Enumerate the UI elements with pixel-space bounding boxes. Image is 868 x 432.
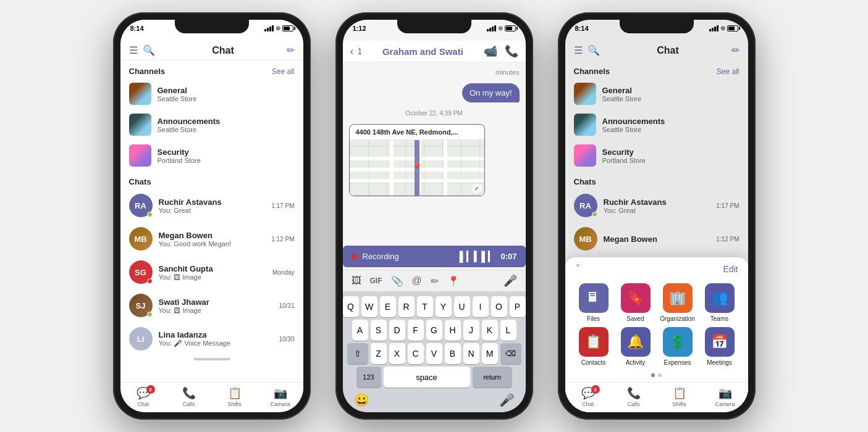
left-app-header: ☰ 🔍 Chat ✏ [120,41,303,60]
key-L[interactable]: L [500,320,516,341]
right-shifts-nav-label: Shifts [672,401,686,407]
app-files[interactable]: Files [575,283,612,322]
app-saved[interactable]: 🔖 Saved [617,283,654,322]
key-F[interactable]: F [408,320,424,341]
key-delete[interactable]: ⌫ [500,343,521,364]
key-space[interactable]: space [384,367,470,388]
key-V[interactable]: V [426,343,442,364]
right-channel-sub-security: Portland Store [602,157,739,164]
key-return[interactable]: return [473,367,512,388]
key-N[interactable]: N [463,343,479,364]
app-expenses[interactable]: 💲 Expenses [659,327,696,366]
right-channels-see-all[interactable]: See all [717,67,739,76]
keyboard-mic-icon[interactable]: 🎤 [499,393,515,407]
key-O[interactable]: O [491,296,507,317]
key-M[interactable]: M [482,343,498,364]
right-nav-calls[interactable]: 📞 Calls [611,386,657,407]
channels-label: Channels [129,67,166,76]
location-icon[interactable]: 📍 [447,275,460,287]
chat-item-lina[interactable]: LI Lina Iadanza You: 🎤 Voice Message 10/… [120,322,303,355]
mic-icon[interactable]: 🎤 [504,274,517,288]
gif-icon[interactable]: GIF [370,276,382,285]
back-button[interactable]: ‹ [350,45,354,58]
message-timestamp: October 22, 4:39 PM [349,110,520,117]
key-K[interactable]: K [482,320,498,341]
emoji-icon[interactable]: 😀 [354,393,369,407]
right-nav-chat[interactable]: 2 💬 Chat [565,386,611,407]
chat-item-sanchit[interactable]: SG Sanchit Gupta You: 🖼 Image Monday [120,255,303,289]
key-Q[interactable]: Q [343,296,359,317]
right-menu-icon[interactable]: ☰ [574,44,583,56]
drawer-chevron-icon[interactable]: ˅ [575,262,581,276]
left-phone-screen: 8:14 ⊛ ☰ 🔍 Chat ✏ Channels [120,20,303,412]
pen-icon[interactable]: ✏ [431,275,439,287]
search-icon[interactable]: 🔍 [143,44,155,56]
key-X[interactable]: X [389,343,405,364]
recording-label: Recording [363,252,455,261]
key-Y[interactable]: Y [436,296,452,317]
nav-camera[interactable]: 📷 Camera [258,386,303,407]
right-compose-icon[interactable]: ✏ [731,44,739,56]
right-channel-general[interactable]: General Seattle Store [565,78,748,109]
key-A[interactable]: A [352,320,368,341]
drawer-edit-button[interactable]: Edit [723,264,738,274]
key-I[interactable]: I [473,296,489,317]
right-channel-security[interactable]: Security Portland Store [565,140,748,171]
map-card[interactable]: 4400 148th Ave NE, Redmond,... 📍 ⤢ [349,124,485,196]
app-activity[interactable]: 🔔 Activity [617,327,654,366]
channels-see-all[interactable]: See all [272,67,295,76]
key-J[interactable]: J [463,320,479,341]
key-P[interactable]: P [510,296,526,317]
channel-item-announcements[interactable]: Announcements Seattle Store [120,109,303,140]
key-123[interactable]: 123 [356,367,381,388]
mention-icon[interactable]: @ [412,275,422,286]
input-toolbar: 🖼 GIF 📎 @ ✏ 📍 🎤 [343,270,526,291]
paperclip-icon[interactable]: 📎 [391,275,403,287]
channel-item-general[interactable]: General Seattle Store [120,78,303,109]
chat-item-ruchir[interactable]: RA Ruchir Astavans You: Great 1:17 PM [120,189,303,222]
right-chat-megan[interactable]: MB Megan Bowen 1:12 PM [565,222,748,255]
key-E[interactable]: E [380,296,396,317]
key-R[interactable]: R [398,296,415,317]
video-call-icon[interactable]: 📹 [484,44,497,58]
chat-item-swati[interactable]: SJ Swati Jhawar You: 🖼 Image 10/31 [120,289,303,322]
right-nav-camera[interactable]: 📷 Camera [702,386,748,407]
nav-calls[interactable]: 📞 Calls [166,386,212,407]
key-C[interactable]: C [408,343,424,364]
right-search-icon[interactable]: 🔍 [588,44,600,56]
key-S[interactable]: S [371,320,387,341]
image-attach-icon[interactable]: 🖼 [352,275,361,286]
messages-area: minutes On my way! October 22, 4:39 PM 4… [343,62,526,243]
channel-item-security[interactable]: Security Portland Store [120,140,303,171]
right-nav-shifts[interactable]: 📋 Shifts [657,386,702,407]
key-shift[interactable]: ⇧ [347,343,368,364]
key-D[interactable]: D [389,320,405,341]
app-organization[interactable]: 🏢 Organization [659,283,696,322]
left-status-bar: 8:14 ⊛ [120,20,303,41]
key-G[interactable]: G [426,320,442,341]
right-bottom-nav: 2 💬 Chat 📞 Calls 📋 Shifts 📷 Camera [565,382,748,412]
avatar-swati: SJ [129,294,153,317]
key-B[interactable]: B [445,343,461,364]
key-U[interactable]: U [454,296,470,317]
map-expand-icon[interactable]: ⤢ [472,183,482,193]
app-meetings[interactable]: 📅 Meetings [701,327,738,366]
map-pin-icon: 📍 [411,162,423,174]
key-W[interactable]: W [361,296,377,317]
key-Z[interactable]: Z [371,343,387,364]
scroll-indicator [120,355,303,362]
nav-chat[interactable]: 2 💬 Chat [120,386,166,407]
phones-container: 8:14 ⊛ ☰ 🔍 Chat ✏ Channels [0,0,868,432]
app-teams[interactable]: 👥 Teams [701,283,738,322]
nav-shifts[interactable]: 📋 Shifts [212,386,258,407]
recording-bar[interactable]: Recording ▌▎▍▌▎ 0:07 [343,246,526,267]
compose-icon[interactable]: ✏ [287,44,295,56]
key-H[interactable]: H [445,320,461,341]
menu-icon[interactable]: ☰ [129,44,138,56]
chat-item-megan[interactable]: MB Megan Bowen You: Good work Megan! 1:1… [120,222,303,255]
key-T[interactable]: T [417,296,433,317]
right-chat-ruchir[interactable]: RA Ruchir Astavans You: Great 1:17 PM [565,189,748,222]
right-channel-announcements[interactable]: Announcements Seattle Store [565,109,748,140]
phone-call-icon[interactable]: 📞 [505,44,518,58]
app-contacts[interactable]: 📋 Contacts [575,327,612,366]
